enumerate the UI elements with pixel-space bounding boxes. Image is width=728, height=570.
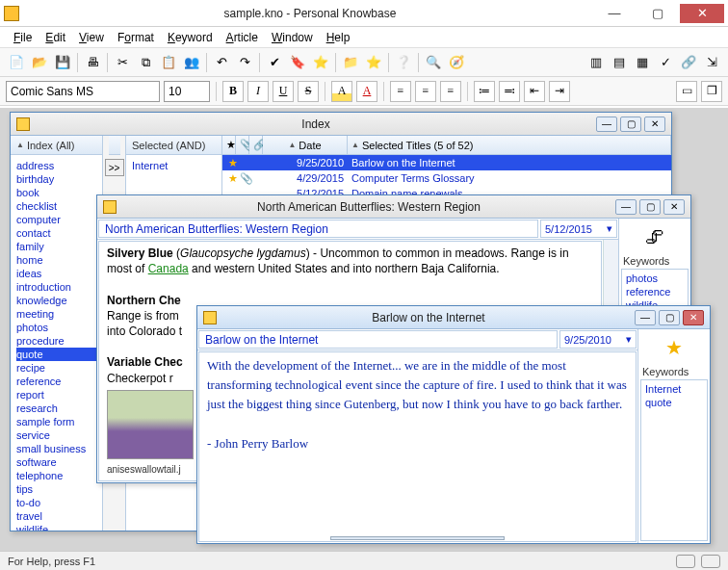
star-icon[interactable]: ⭐ [310, 52, 331, 73]
open-icon[interactable]: 📂 [29, 52, 50, 73]
index-item[interactable]: family [16, 240, 96, 253]
index-item[interactable]: reference [16, 375, 96, 388]
index-item[interactable]: book [16, 186, 96, 199]
new-icon[interactable]: 📄 [6, 52, 27, 73]
attachment-icon[interactable]: 🖇 [640, 224, 669, 249]
dropdown-icon[interactable]: ▾ [607, 222, 612, 235]
index-selected-header[interactable]: Selected (AND) [126, 136, 221, 155]
resize-grip[interactable] [330, 536, 505, 540]
thumbnail-image[interactable] [107, 390, 194, 459]
index-item[interactable]: report [16, 388, 96, 402]
article2-max-button[interactable]: ▢ [659, 310, 680, 325]
window-icon[interactable]: ▭ [676, 81, 697, 102]
index-item[interactable]: procedure [16, 334, 96, 348]
canada-link[interactable]: Canada [148, 262, 189, 275]
menu-format[interactable]: Format [112, 29, 160, 46]
minimize-button[interactable]: — [593, 4, 636, 23]
search-icon[interactable]: 🔍 [423, 52, 444, 73]
color-button[interactable]: A [356, 81, 377, 102]
index-item[interactable]: software [16, 455, 96, 469]
index-item[interactable]: tips [16, 482, 96, 496]
title-row[interactable]: ★📎4/29/2015Computer Terms Glossary [222, 170, 671, 186]
menu-view[interactable]: View [73, 29, 110, 46]
article2-date[interactable]: 9/25/2010▾ [559, 330, 637, 349]
index-item[interactable]: to-do [16, 496, 96, 509]
cut-icon[interactable]: ✂ [112, 52, 133, 73]
index-item[interactable]: home [16, 253, 96, 267]
menu-article[interactable]: Article [221, 29, 264, 46]
bold-button[interactable]: B [222, 81, 244, 102]
article1-max-button[interactable]: ▢ [639, 199, 661, 215]
copy-icon[interactable]: ⧉ [135, 52, 156, 73]
font-select[interactable] [6, 81, 160, 102]
indent-button[interactable]: ⇥ [549, 81, 570, 102]
index-item[interactable]: small business [16, 442, 96, 455]
panel2-icon[interactable]: ▤ [609, 52, 630, 73]
filter-icon[interactable]: 🧭 [446, 52, 467, 73]
paste-icon[interactable]: 📋 [158, 52, 179, 73]
bullets-button[interactable]: ≔ [474, 81, 495, 102]
folder-icon[interactable]: 📁 [340, 52, 361, 73]
save-icon[interactable]: 💾 [52, 52, 73, 73]
bookmark-icon[interactable]: ⭐ [363, 52, 384, 73]
help-icon[interactable]: ❔ [393, 52, 414, 73]
underline-button[interactable]: U [273, 81, 294, 102]
export-icon[interactable]: ⇲ [701, 52, 722, 73]
align-left-button[interactable]: ≡ [390, 81, 411, 102]
align-center-button[interactable]: ≡ [415, 81, 436, 102]
index-item[interactable]: birthday [16, 172, 96, 186]
size-select[interactable] [164, 81, 210, 102]
index-item[interactable]: research [16, 402, 96, 415]
title-row[interactable]: ★9/25/2010Barlow on the Internet [222, 155, 671, 170]
article1-title-input[interactable] [98, 220, 538, 238]
panel1-icon[interactable]: ▥ [585, 52, 607, 73]
menu-file[interactable]: File [8, 29, 38, 46]
index-all-header[interactable]: Index (All) [11, 136, 102, 155]
menu-help[interactable]: Help [321, 29, 356, 46]
highlight-button[interactable]: A [331, 81, 352, 102]
index-item[interactable]: quote [16, 348, 96, 361]
menu-edit[interactable]: Edit [39, 29, 71, 46]
index-item[interactable]: computer [16, 213, 96, 226]
index-item[interactable]: ideas [16, 267, 96, 280]
link-icon[interactable]: 🔗 [678, 52, 699, 73]
print-icon[interactable]: 🖶 [82, 52, 103, 73]
index-min-button[interactable]: — [596, 117, 617, 132]
cascade-icon[interactable]: ❐ [701, 81, 722, 102]
index-item[interactable]: contact [16, 226, 96, 240]
find-icon[interactable]: 👥 [181, 52, 202, 73]
col-link[interactable]: 🔗 [249, 136, 263, 155]
index-max-button[interactable]: ▢ [620, 117, 641, 132]
article1-min-button[interactable]: — [615, 199, 637, 215]
align-right-button[interactable]: ≡ [440, 81, 461, 102]
panel3-icon[interactable]: ▦ [632, 52, 653, 73]
redo-icon[interactable]: ↷ [234, 52, 255, 73]
col-titles[interactable]: Selected Titles (5 of 52) [348, 136, 671, 155]
index-item[interactable]: telephone [16, 469, 96, 482]
index-all-list[interactable]: addressbirthdaybookchecklistcomputercont… [13, 157, 100, 531]
index-item[interactable]: travel [16, 509, 96, 523]
article1-date[interactable]: 5/12/2015▾ [540, 220, 617, 238]
index-selected-list[interactable]: Internet [128, 157, 220, 174]
strike-button[interactable]: S [298, 81, 319, 102]
selected-item[interactable]: Internet [132, 159, 216, 172]
article2-min-button[interactable]: — [635, 310, 656, 325]
col-clip[interactable]: 📎 [236, 136, 249, 155]
article2-keywords[interactable]: Internetquote [640, 379, 708, 541]
index-item[interactable]: photos [16, 321, 96, 334]
index-item[interactable]: introduction [16, 280, 96, 294]
article2-title-input[interactable] [198, 330, 558, 349]
index-item[interactable]: meeting [16, 307, 96, 321]
index-item[interactable]: checklist [16, 199, 96, 213]
menu-keyword[interactable]: Keyword [162, 29, 219, 46]
index-item[interactable]: sample form [16, 415, 96, 428]
outdent-button[interactable]: ⇤ [524, 81, 545, 102]
index-item[interactable]: knowledge [16, 294, 96, 307]
article2-content[interactable]: With the development of the Internet... … [198, 351, 637, 542]
numbers-button[interactable]: ≕ [499, 81, 520, 102]
index-item[interactable]: wildlife [16, 523, 96, 531]
close-button[interactable]: ✕ [680, 4, 724, 23]
col-date[interactable]: Date [263, 136, 348, 155]
article2-close-button[interactable]: ✕ [683, 310, 704, 325]
index-close-button[interactable]: ✕ [644, 117, 665, 132]
